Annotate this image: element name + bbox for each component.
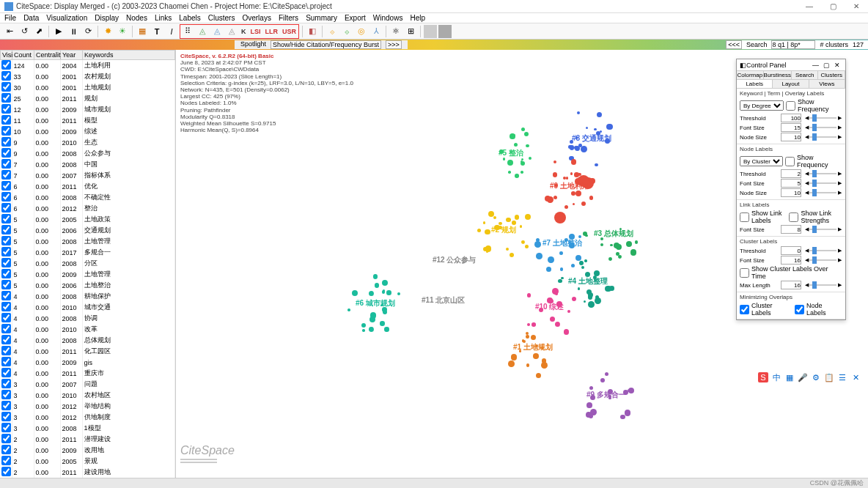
row-visible-check[interactable]	[1, 368, 11, 377]
row-visible-check[interactable]	[1, 159, 11, 169]
degree-select[interactable]: By Degree	[740, 100, 784, 111]
row-visible-check[interactable]	[1, 236, 11, 245]
table-row[interactable]: 40.002011重庆市	[0, 368, 175, 379]
tool-sun[interactable]: ☀	[116, 25, 129, 38]
threshold-slider[interactable]: ◀▶	[803, 114, 842, 122]
show-freq-check[interactable]	[786, 101, 795, 111]
row-visible-check[interactable]	[1, 170, 11, 180]
nodesize-input[interactable]	[781, 133, 801, 141]
tool-grid[interactable]: ▦	[136, 25, 149, 38]
col-centrality[interactable]: Centrality	[34, 51, 61, 60]
maximize-button[interactable]: ▢	[825, 2, 840, 10]
col-visible[interactable]: Visible	[1, 51, 12, 60]
row-visible-check[interactable]	[1, 401, 11, 410]
mini-tool[interactable]: 🎤	[798, 372, 808, 382]
panel-min[interactable]: —	[810, 62, 821, 69]
row-visible-check[interactable]	[1, 115, 11, 125]
menu-labels[interactable]: Labels	[179, 14, 200, 22]
tool-step-back[interactable]: ⇤	[3, 25, 16, 38]
mini-tool[interactable]: 中	[771, 372, 781, 382]
table-row[interactable]: 40.002008协调	[0, 313, 175, 324]
tool-play[interactable]: ▶	[52, 25, 65, 38]
table-row[interactable]: 30.0020081模型	[0, 423, 175, 434]
nodesize2-input[interactable]	[781, 188, 801, 197]
fontsize-input[interactable]	[781, 123, 801, 132]
tool-square[interactable]: ◧	[306, 25, 319, 38]
panel-max[interactable]: ▢	[821, 62, 832, 69]
row-visible-check[interactable]	[1, 357, 11, 366]
table-row[interactable]: 50.002017多规合一	[0, 247, 175, 258]
table-row[interactable]: 40.002010改革	[0, 324, 175, 335]
menu-summary[interactable]: Summary	[306, 14, 337, 22]
mini-tool[interactable]: ⚙	[811, 372, 821, 382]
cluster-select[interactable]: By Cluster	[740, 156, 783, 166]
table-row[interactable]: 40.002009gis	[0, 357, 175, 368]
show-linkstrength-check[interactable]	[789, 212, 798, 222]
cluster-labels-check[interactable]	[740, 305, 749, 314]
spotlight-back[interactable]: <<<	[726, 40, 742, 49]
table-row[interactable]: 100.002009综述	[0, 126, 175, 137]
row-visible-check[interactable]	[1, 137, 11, 147]
threshold2-input[interactable]	[781, 169, 801, 178]
table-row[interactable]: 90.002010生态	[0, 137, 175, 148]
table-row[interactable]: 300.002001土地规划	[0, 82, 175, 93]
mini-tool[interactable]: ☰	[837, 372, 847, 382]
menu-windows[interactable]: Windows	[373, 14, 403, 22]
tool-gray2[interactable]	[438, 25, 452, 38]
row-visible-check[interactable]	[1, 104, 11, 114]
row-visible-check[interactable]	[1, 313, 11, 322]
show-linklabels-check[interactable]	[740, 212, 749, 222]
table-row[interactable]: 40.002010城市交通	[0, 302, 175, 313]
row-visible-check[interactable]	[1, 126, 11, 136]
menu-data[interactable]: Data	[23, 14, 39, 22]
close-button[interactable]: ✕	[849, 2, 864, 10]
menu-file[interactable]: File	[4, 14, 16, 22]
row-visible-check[interactable]	[1, 324, 11, 333]
fontsize-slider[interactable]: ◀▶	[803, 124, 842, 131]
search-input[interactable]	[771, 40, 815, 49]
table-row[interactable]: 250.002011规划	[0, 93, 175, 104]
table-row[interactable]: 50.002008土地管理	[0, 236, 175, 247]
row-visible-check[interactable]	[1, 412, 11, 421]
menu-visualization[interactable]: Visualization	[46, 14, 87, 22]
table-row[interactable]: 30.002012举地结构	[0, 401, 175, 412]
minimize-button[interactable]: —	[802, 2, 817, 10]
mini-tool[interactable]: 📋	[824, 372, 834, 382]
row-visible-check[interactable]	[1, 214, 11, 223]
col-count[interactable]: Count	[12, 51, 34, 60]
col-year[interactable]: Year	[61, 51, 83, 60]
mini-tool[interactable]: ✕	[850, 372, 861, 382]
llr-button[interactable]: LLR	[264, 28, 280, 35]
tab-clusters[interactable]: Clusters	[818, 71, 845, 79]
row-visible-check[interactable]	[1, 280, 11, 289]
table-row[interactable]: 30.002010农村地区	[0, 390, 175, 401]
table-row[interactable]: 1240.002004土地利用	[0, 60, 175, 71]
row-visible-check[interactable]	[1, 148, 11, 158]
cluster-k-button[interactable]: K	[240, 28, 248, 35]
row-visible-check[interactable]	[1, 335, 11, 344]
row-visible-check[interactable]	[1, 467, 11, 476]
tab-burstiness[interactable]: Burstiness	[764, 71, 792, 79]
row-visible-check[interactable]	[1, 423, 11, 432]
menu-filters[interactable]: Filters	[279, 14, 298, 22]
table-row[interactable]: 60.002008不确定性	[0, 192, 175, 203]
row-visible-check[interactable]	[1, 302, 11, 311]
fontsize3-input[interactable]	[781, 225, 801, 234]
fontsize2-input[interactable]	[781, 179, 801, 188]
row-visible-check[interactable]	[1, 445, 11, 454]
menu-clusters[interactable]: Clusters	[208, 14, 235, 22]
row-visible-check[interactable]	[1, 60, 11, 70]
table-row[interactable]: 20.002009改用地	[0, 445, 175, 456]
show-cl-time-check[interactable]	[740, 268, 749, 278]
row-visible-check[interactable]	[1, 258, 11, 267]
table-row[interactable]: 20.002011建设用地	[0, 467, 175, 478]
menu-help[interactable]: Help	[410, 14, 425, 22]
row-visible-check[interactable]	[1, 225, 11, 234]
nodesize-slider[interactable]: ◀▶	[803, 133, 842, 141]
tool-refresh[interactable]: ⟳	[81, 25, 95, 38]
row-visible-check[interactable]	[1, 192, 11, 202]
cluster-tree1-icon[interactable]: ◬	[196, 25, 209, 38]
ime-s-icon[interactable]: S	[758, 372, 768, 382]
usr-button[interactable]: USR	[281, 28, 298, 35]
row-visible-check[interactable]	[1, 181, 11, 191]
